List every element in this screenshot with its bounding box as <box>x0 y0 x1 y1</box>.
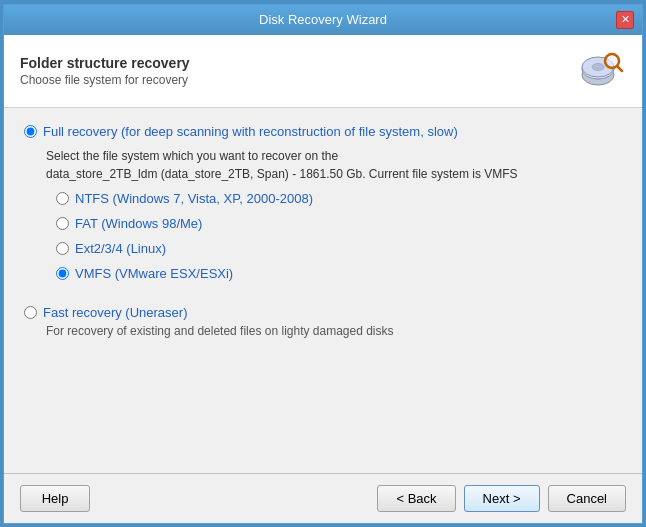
close-button[interactable]: ✕ <box>616 11 634 29</box>
header-area: Folder structure recovery Choose file sy… <box>4 35 642 108</box>
full-recovery-radio[interactable] <box>24 125 37 138</box>
full-recovery-radio-label[interactable]: Full recovery (for deep scanning with re… <box>24 124 622 139</box>
filesystem-options: NTFS (Windows 7, Vista, XP, 2000-2008) F… <box>56 191 622 281</box>
vmfs-radio[interactable] <box>56 267 69 280</box>
full-recovery-label: Full recovery (for deep scanning with re… <box>43 124 458 139</box>
ext-radio[interactable] <box>56 242 69 255</box>
svg-point-4 <box>592 63 604 70</box>
disk-search-icon <box>578 47 626 95</box>
ntfs-option[interactable]: NTFS (Windows 7, Vista, XP, 2000-2008) <box>56 191 622 206</box>
svg-point-6 <box>607 56 617 66</box>
footer-right: < Back Next > Cancel <box>377 485 626 512</box>
title-bar: Disk Recovery Wizard ✕ <box>4 5 642 35</box>
fast-recovery-description: For recovery of existing and deleted fil… <box>46 324 622 338</box>
ext-option[interactable]: Ext2/3/4 (Linux) <box>56 241 622 256</box>
fast-recovery-label: Fast recovery (Uneraser) <box>43 305 187 320</box>
fast-recovery-radio-label[interactable]: Fast recovery (Uneraser) <box>24 305 622 320</box>
full-recovery-description: Select the file system which you want to… <box>46 147 622 183</box>
main-window: Disk Recovery Wizard ✕ Folder structure … <box>3 4 643 524</box>
ext-label: Ext2/3/4 (Linux) <box>75 241 166 256</box>
fast-recovery-radio[interactable] <box>24 306 37 319</box>
fat-label: FAT (Windows 98/Me) <box>75 216 202 231</box>
vmfs-option[interactable]: VMFS (VMware ESX/ESXi) <box>56 266 622 281</box>
window-title: Disk Recovery Wizard <box>30 12 616 27</box>
header-subtitle: Choose file system for recovery <box>20 73 190 87</box>
ntfs-radio[interactable] <box>56 192 69 205</box>
footer-left: Help <box>20 485 90 512</box>
header-title: Folder structure recovery <box>20 55 190 71</box>
cancel-button[interactable]: Cancel <box>548 485 626 512</box>
help-button[interactable]: Help <box>20 485 90 512</box>
footer: Help < Back Next > Cancel <box>4 473 642 523</box>
vmfs-label: VMFS (VMware ESX/ESXi) <box>75 266 233 281</box>
back-button[interactable]: < Back <box>377 485 455 512</box>
content-area: Full recovery (for deep scanning with re… <box>4 108 642 473</box>
ntfs-label: NTFS (Windows 7, Vista, XP, 2000-2008) <box>75 191 313 206</box>
next-button[interactable]: Next > <box>464 485 540 512</box>
svg-line-7 <box>617 66 622 71</box>
fat-option[interactable]: FAT (Windows 98/Me) <box>56 216 622 231</box>
full-recovery-section: Full recovery (for deep scanning with re… <box>24 124 622 281</box>
fat-radio[interactable] <box>56 217 69 230</box>
fast-recovery-section: Fast recovery (Uneraser) For recovery of… <box>24 305 622 338</box>
header-text: Folder structure recovery Choose file sy… <box>20 55 190 87</box>
